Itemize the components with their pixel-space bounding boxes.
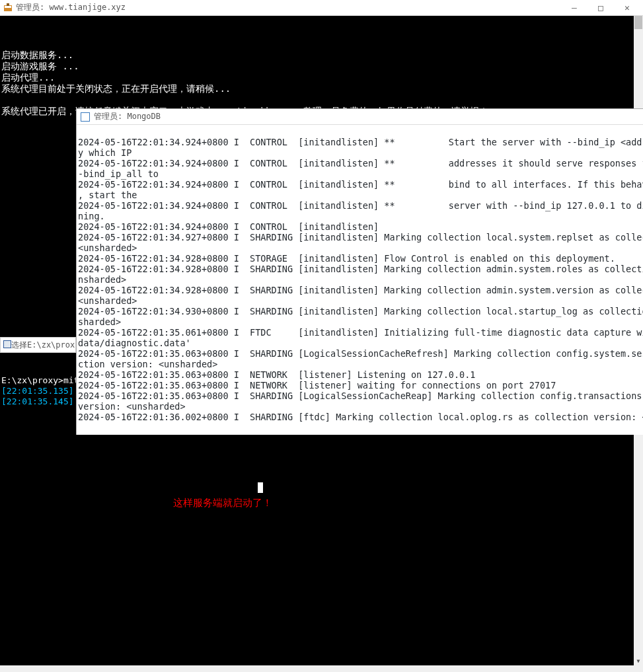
minimize-button[interactable]: — — [561, 0, 587, 16]
mongo-line: ction version: <unsharded> — [78, 359, 217, 369]
svg-rect-2 — [7, 3, 9, 6]
mongodb-console[interactable]: 2024-05-16T22:01:34.924+0800 I CONTROL [… — [77, 125, 643, 435]
mongo-line: 2024-05-16T22:01:34.928+0800 I SHARDING … — [78, 264, 643, 274]
text-cursor — [258, 482, 263, 493]
annotation-text: 这样服务端就启动了！ — [173, 497, 272, 508]
mongo-line: data/diagnostic.data' — [78, 338, 191, 348]
scrollbar-thumb[interactable] — [634, 16, 642, 29]
console-line: 启动代理... — [1, 72, 55, 83]
proxy-console[interactable]: E:\zx\proxy>mit [22:01:35.135] [22:01:35… — [0, 353, 76, 419]
mongo-line: <unsharded> — [78, 243, 137, 253]
mongo-line: version: <unsharded> — [78, 401, 186, 412]
cmd-icon — [81, 112, 90, 122]
mongo-line: 2024-05-16T22:01:35.063+0800 I NETWORK [… — [78, 380, 556, 391]
close-button[interactable]: ✕ — [614, 0, 640, 16]
mongo-line: , start the — [78, 190, 137, 200]
mongo-line: 2024-05-16T22:01:34.930+0800 I SHARDING … — [78, 306, 643, 317]
mongodb-window: 管理员: MongoDB 2024-05-16T22:01:34.924+080… — [76, 108, 643, 435]
proxy-timestamp: [22:01:35.145] — [1, 396, 74, 406]
mongodb-title-bar: 管理员: MongoDB — [77, 109, 643, 125]
svg-rect-1 — [5, 6, 11, 8]
mongo-line: -bind_ip_all to — [78, 168, 159, 179]
mongo-line: ning. — [78, 211, 105, 221]
mongo-line: nsharded> — [78, 274, 126, 285]
main-window-title: 管理员: www.tianjige.xyz — [16, 2, 126, 13]
app-icon — [3, 3, 13, 13]
mongo-line: 2024-05-16T22:01:34.928+0800 I SHARDING … — [78, 285, 643, 295]
mongo-line: 2024-05-16T22:01:34.924+0800 I CONTROL [… — [78, 179, 643, 190]
mongo-line: 2024-05-16T22:01:34.927+0800 I SHARDING … — [78, 232, 643, 243]
mongo-line: 2024-05-16T22:01:35.063+0800 I NETWORK [… — [78, 369, 475, 380]
mongo-line: 2024-05-16T22:01:35.061+0800 I FTDC [ini… — [78, 327, 643, 338]
proxy-line — [1, 365, 7, 375]
mongo-line: 2024-05-16T22:01:34.924+0800 I CONTROL [… — [78, 221, 379, 232]
console-line: 系统代理目前处于关闭状态，正在开启代理，请稍候... — [1, 83, 231, 94]
proxy-window: 选择E:\zx\proxy E:\zx\proxy>mit [22:01:35.… — [0, 337, 76, 419]
mongo-line: 2024-05-16T22:01:34.924+0800 I CONTROL [… — [78, 158, 643, 168]
proxy-title-bar: 选择E:\zx\proxy — [0, 337, 76, 353]
proxy-window-title: 选择E:\zx\proxy — [11, 340, 76, 351]
mongo-line: 2024-05-16T22:01:35.063+0800 I SHARDING … — [78, 391, 643, 401]
console-line: 启动数据服务... — [1, 50, 73, 60]
mongodb-window-title: 管理员: MongoDB — [94, 111, 161, 122]
mongo-line: 2024-05-16T22:01:36.002+0800 I SHARDING … — [78, 412, 643, 422]
mongo-line: 2024-05-16T22:01:35.063+0800 I SHARDING … — [78, 348, 643, 359]
mongo-line: y which IP — [78, 147, 132, 158]
maximize-button[interactable]: □ — [587, 0, 614, 16]
main-title-bar: 管理员: www.tianjige.xyz — □ ✕ — [0, 0, 643, 16]
mongo-line: 2024-05-16T22:01:34.928+0800 I STORAGE [… — [78, 253, 615, 264]
proxy-timestamp: [22:01:35.135] — [1, 386, 74, 396]
mongo-line: sharded> — [78, 317, 121, 327]
proxy-prompt: E:\zx\proxy>mit — [1, 375, 76, 385]
mongo-line: <unsharded> — [78, 295, 137, 306]
mongo-line: 2024-05-16T22:01:34.924+0800 I CONTROL [… — [78, 200, 643, 211]
scrollbar-down-arrow[interactable]: ▼ — [634, 656, 643, 665]
mongo-line: 2024-05-16T22:01:34.924+0800 I CONTROL [… — [78, 137, 643, 147]
svg-rect-4 — [4, 341, 11, 348]
console-line: 启动游戏服务 ... — [1, 61, 79, 71]
cmd-icon — [3, 340, 11, 350]
